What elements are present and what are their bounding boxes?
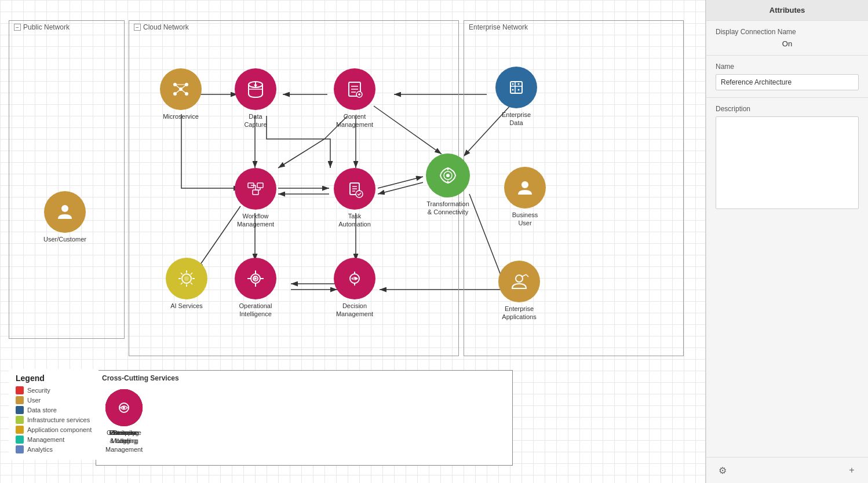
svg-line-71 — [191, 273, 192, 275]
svg-point-44 — [512, 83, 514, 85]
svg-point-86 — [516, 275, 523, 282]
ai-services-label: AI Services — [170, 302, 203, 310]
cloud-collapse-btn[interactable]: − — [134, 24, 141, 31]
microservice-label: Microservice — [163, 112, 199, 120]
enterprise-data-node[interactable]: EnterpriseData — [495, 67, 537, 127]
cross-cutting-title: Cross-Cutting Services — [96, 371, 512, 385]
legend-management: Management — [16, 436, 92, 444]
legend-security-label: Security — [27, 387, 50, 394]
legend-app-component: Application component — [16, 426, 92, 434]
svg-rect-50 — [253, 190, 258, 195]
business-user-node[interactable]: BusinessUser — [504, 167, 546, 228]
cc-biz-modeling-label: BusinessModeling — [111, 429, 137, 445]
svg-point-46 — [512, 89, 514, 91]
description-label: Description — [716, 105, 859, 113]
legend-title: Legend — [16, 374, 92, 383]
legend-analytics: Analytics — [16, 445, 92, 453]
svg-line-27 — [175, 89, 181, 94]
legend-user-label: User — [27, 397, 41, 404]
microservice-node[interactable]: Microservice — [160, 68, 202, 120]
enterprise-network-header: Enterprise Network — [464, 21, 683, 34]
cloud-network-header: − Cloud Network — [129, 21, 458, 34]
legend-analytics-label: Analytics — [27, 446, 53, 453]
svg-text:$: $ — [253, 276, 256, 280]
enterprise-data-label: EnterpriseData — [502, 111, 531, 127]
legend-infra-label: Infrastructure services — [27, 416, 90, 423]
public-network-zone: − Public Network — [9, 20, 125, 339]
canvas-area[interactable]: − Public Network − Cloud Network Enterpr… — [0, 0, 706, 483]
legend-datastore: Data store — [16, 406, 92, 414]
cloud-network-label: Cloud Network — [143, 23, 189, 31]
svg-line-26 — [181, 85, 187, 89]
enterprise-apps-label: EnterpriseApplications — [502, 305, 536, 321]
workflow-mgmt-node[interactable]: WorkflowManagement — [235, 168, 276, 229]
public-collapse-btn[interactable]: − — [14, 24, 21, 31]
settings-button[interactable]: ⚙ — [716, 463, 730, 477]
svg-point-63 — [521, 181, 528, 188]
transformation-node[interactable]: Transformation& Connectivity — [426, 153, 470, 217]
display-connection-section: Display Connection Name On — [706, 21, 868, 56]
decision-mgmt-label: DecisionManagement — [336, 302, 373, 319]
legend: Legend Security User Data store Infrastr… — [9, 369, 99, 460]
legend-datastore-label: Data store — [27, 407, 57, 414]
operational-intel-label: OperationalIntelligence — [239, 302, 272, 319]
svg-line-25 — [175, 85, 181, 89]
cross-cutting-box: Cross-Cutting Services Security — [96, 370, 513, 466]
transformation-label: Transformation& Connectivity — [426, 200, 469, 217]
svg-point-45 — [518, 83, 520, 85]
svg-point-73 — [184, 276, 189, 281]
legend-management-label: Management — [27, 436, 64, 443]
enterprise-network-label: Enterprise Network — [469, 23, 528, 31]
svg-text:$: $ — [122, 406, 124, 410]
task-auto-label: TaskAutomation — [338, 212, 371, 229]
user-customer-node[interactable]: User/Customer — [43, 191, 86, 243]
svg-rect-49 — [257, 183, 263, 188]
legend-infra: Infrastructure services — [16, 416, 92, 424]
ai-services-node[interactable]: AI Services — [166, 258, 207, 310]
cc-biz-modeling-node[interactable]: $ BusinessModeling — [105, 389, 143, 445]
description-textarea[interactable] — [716, 116, 859, 209]
content-mgmt-label: ContentManagement — [336, 112, 373, 129]
display-connection-label: Display Connection Name — [716, 28, 859, 36]
content-mgmt-node[interactable]: ContentManagement — [334, 68, 375, 129]
svg-line-87 — [521, 275, 526, 277]
svg-point-19 — [61, 205, 68, 212]
legend-security: Security — [16, 386, 92, 394]
svg-text:$: $ — [352, 276, 355, 281]
name-input[interactable] — [716, 74, 859, 90]
enterprise-apps-node[interactable]: EnterpriseApplications — [498, 261, 540, 321]
public-network-header: − Public Network — [9, 21, 124, 34]
panel-title: Attributes — [769, 6, 805, 14]
right-panel: Attributes Display Connection Name On Na… — [706, 0, 868, 483]
user-customer-label: User/Customer — [43, 235, 86, 243]
data-capture-node[interactable]: DataCapture — [235, 68, 276, 129]
add-button[interactable]: + — [845, 463, 859, 477]
svg-line-88 — [526, 275, 528, 277]
svg-line-28 — [181, 89, 187, 94]
panel-footer: ⚙ + — [706, 458, 868, 483]
description-section: Description — [706, 98, 868, 458]
task-auto-node[interactable]: TaskAutomation — [334, 168, 375, 229]
legend-user: User — [16, 396, 92, 404]
legend-app-component-label: Application component — [27, 426, 92, 433]
svg-line-70 — [191, 283, 192, 284]
panel-header: Attributes — [706, 0, 868, 21]
operational-intel-node[interactable]: $ OperationalIntelligence — [235, 258, 276, 319]
svg-point-60 — [446, 174, 450, 177]
public-network-label: Public Network — [23, 23, 70, 31]
name-label: Name — [716, 63, 859, 71]
name-section: Name — [706, 56, 868, 98]
svg-line-69 — [181, 273, 183, 275]
cross-cutting-nodes: Security Monitoring& Logging — [96, 385, 512, 396]
display-connection-value: On — [716, 39, 859, 48]
workflow-mgmt-label: WorkflowManagement — [237, 212, 274, 229]
business-user-label: BusinessUser — [512, 211, 538, 228]
decision-mgmt-node[interactable]: $ DecisionManagement — [334, 258, 375, 319]
data-capture-label: DataCapture — [244, 112, 267, 129]
svg-point-47 — [518, 89, 520, 91]
svg-line-72 — [181, 283, 183, 284]
